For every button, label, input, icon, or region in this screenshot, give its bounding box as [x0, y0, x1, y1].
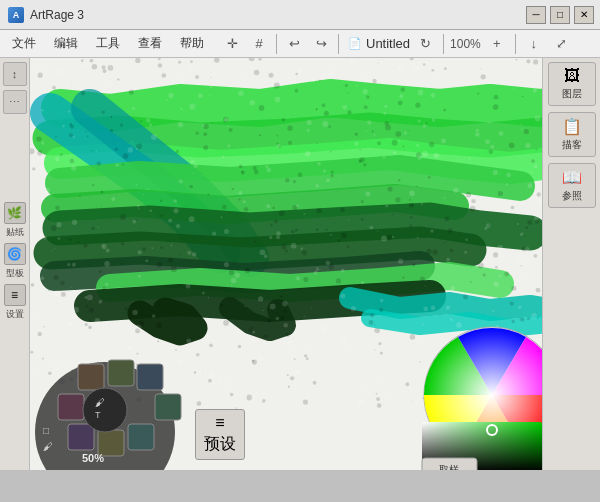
color-picker-area[interactable]: 取样 全透性 0% [362, 310, 542, 470]
radial-svg[interactable]: 🖌 T 50% □ 🖌 [30, 322, 185, 470]
grid-btn[interactable]: # [247, 32, 271, 56]
tool-radial-area: 🖌 T 50% □ 🖌 [30, 320, 195, 470]
svg-rect-5 [155, 394, 181, 420]
right-panel: 🖼 图层 📋 描客 📖 参照 [542, 58, 600, 470]
left-move-tool[interactable]: ⋯ [3, 90, 27, 114]
separator-1 [276, 34, 277, 54]
maximize-button[interactable]: □ [550, 6, 570, 24]
move-tool-btn[interactable]: ✛ [220, 32, 244, 56]
app-title: ArtRage 3 [30, 8, 84, 22]
svg-point-9 [83, 388, 127, 432]
rotate-btn[interactable]: ↻ [413, 32, 437, 56]
reference-btn[interactable]: 📖 参照 [548, 163, 596, 208]
menu-view[interactable]: 查看 [130, 32, 170, 55]
left-resize-tool[interactable]: ↕ [3, 62, 27, 86]
trace-btn[interactable]: 📋 描客 [548, 112, 596, 157]
menubar: 文件 编辑 工具 查看 帮助 ✛ # ↩ ↪ 📄 Untitled ↻ 100%… [0, 30, 600, 58]
zoom-level: 100% [450, 37, 481, 51]
layers-btn[interactable]: 🖼 图层 [548, 62, 596, 106]
reference-label: 参照 [562, 189, 582, 203]
menu-tools[interactable]: 工具 [88, 32, 128, 55]
svg-text:□: □ [43, 425, 49, 436]
window-controls: ─ □ ✕ [526, 6, 594, 24]
canvas-area[interactable]: 🖌 T 50% □ 🖌 ≡ 预设 [30, 58, 542, 470]
svg-rect-2 [108, 360, 134, 386]
separator-4 [515, 34, 516, 54]
app-icon: A [8, 7, 24, 23]
menu-file[interactable]: 文件 [4, 32, 44, 55]
main-area: ↕ ⋯ 🌿 贴纸 🌀 型板 ≡ 设置 [0, 58, 600, 470]
trace-icon: 📋 [562, 117, 582, 136]
layers-icon: 🖼 [564, 67, 580, 85]
svg-rect-6 [68, 424, 94, 450]
close-button[interactable]: ✕ [574, 6, 594, 24]
svg-text:50%: 50% [82, 452, 104, 464]
undo-btn[interactable]: ↩ [282, 32, 306, 56]
reference-icon: 📖 [562, 168, 582, 187]
svg-rect-4 [58, 394, 84, 420]
svg-text:🖌: 🖌 [95, 397, 105, 408]
preset-label: 预设 [204, 434, 236, 455]
template-label: 型板 [6, 267, 24, 280]
settings-label: 设置 [6, 308, 24, 321]
menu-help[interactable]: 帮助 [172, 32, 212, 55]
zoom-in-btn[interactable]: + [485, 32, 509, 56]
trace-label: 描客 [562, 138, 582, 152]
sticker-tool[interactable]: 🌿 贴纸 [4, 202, 26, 239]
svg-rect-3 [137, 364, 163, 390]
svg-text:取样: 取样 [439, 464, 459, 470]
preset-icon: ≡ [215, 414, 224, 432]
layers-label: 图层 [562, 87, 582, 101]
separator-2 [338, 34, 339, 54]
preset-btn[interactable]: ≡ 预设 [195, 409, 245, 460]
left-panel: ↕ ⋯ 🌿 贴纸 🌀 型板 ≡ 设置 [0, 58, 30, 470]
expand-btn[interactable]: ⤢ [550, 32, 574, 56]
titlebar: A ArtRage 3 ─ □ ✕ [0, 0, 600, 30]
color-wheel-svg[interactable]: 取样 全透性 0% [362, 310, 542, 470]
doc-title-area: 📄 Untitled [348, 36, 410, 51]
redo-btn[interactable]: ↪ [309, 32, 333, 56]
menu-edit[interactable]: 编辑 [46, 32, 86, 55]
preset-button-area[interactable]: ≡ 预设 [195, 409, 245, 460]
separator-3 [443, 34, 444, 54]
svg-rect-8 [128, 424, 154, 450]
sticker-label: 贴纸 [6, 226, 24, 239]
svg-rect-1 [78, 364, 104, 390]
doc-title: Untitled [366, 36, 410, 51]
template-tool[interactable]: 🌀 型板 [4, 243, 26, 280]
settings-tool[interactable]: ≡ 设置 [4, 284, 26, 321]
minimize-button[interactable]: ─ [526, 6, 546, 24]
svg-text:T: T [95, 410, 101, 420]
doc-icon: 📄 [348, 37, 362, 50]
download-btn[interactable]: ↓ [522, 32, 546, 56]
svg-text:🖌: 🖌 [43, 441, 53, 452]
